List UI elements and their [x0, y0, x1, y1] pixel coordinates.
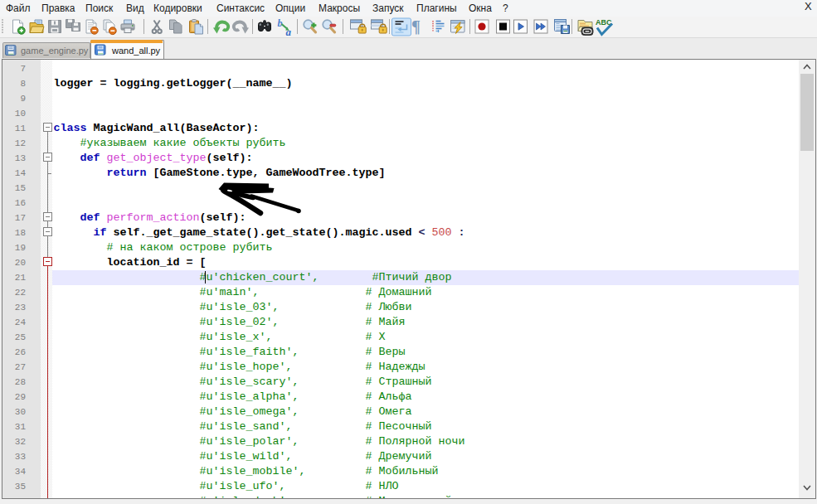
svg-text:¶: ¶ [411, 17, 421, 36]
svg-text:b: b [278, 17, 283, 29]
svg-text:a: a [286, 26, 292, 38]
